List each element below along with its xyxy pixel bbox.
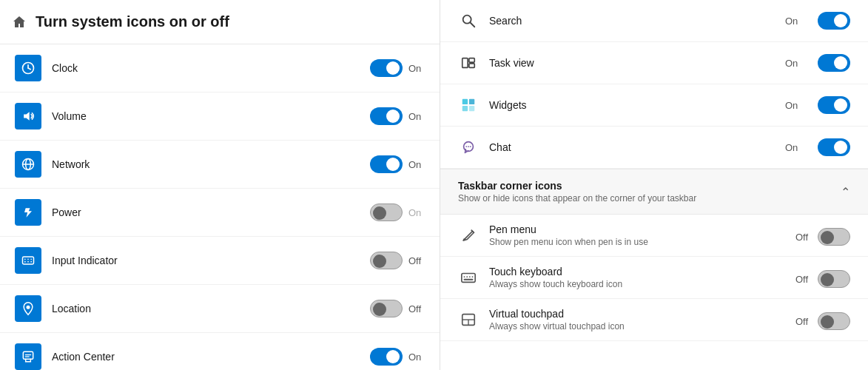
task-view-toggle[interactable] xyxy=(818,54,850,72)
svg-marker-3 xyxy=(24,112,30,121)
task-view-state: On xyxy=(785,58,801,69)
right-row-task-view: Task view On xyxy=(440,42,868,84)
corner-section-title: Taskbar corner icons xyxy=(458,180,696,192)
action-center-toggle[interactable] xyxy=(370,348,403,366)
setting-row-location: Location Off xyxy=(0,285,440,333)
clock-state: On xyxy=(408,63,425,74)
svg-rect-24 xyxy=(469,99,474,104)
search-toggle[interactable] xyxy=(818,12,850,30)
svg-rect-23 xyxy=(462,99,468,104)
chat-state: On xyxy=(785,142,801,153)
corner-section-subtitle: Show or hide icons that appear on the co… xyxy=(458,193,696,204)
power-label: Power xyxy=(52,206,360,218)
pen-menu-label: Pen menu xyxy=(489,223,785,235)
clock-label: Clock xyxy=(52,62,360,74)
svg-rect-32 xyxy=(462,274,475,283)
svg-rect-15 xyxy=(23,352,33,359)
location-state: Off xyxy=(408,303,425,314)
left-panel: Turn system icons on or off Clock On xyxy=(0,0,440,370)
power-icon-box xyxy=(15,199,41,226)
input-indicator-icon-box xyxy=(15,247,41,274)
task-view-icon xyxy=(458,53,479,73)
right-row-search: Search On xyxy=(440,0,868,42)
network-toggle-area: On xyxy=(370,155,425,173)
input-indicator-label: Input Indicator xyxy=(52,255,360,266)
widgets-state: On xyxy=(785,100,801,111)
right-panel: Search On Task view On Widgets On xyxy=(440,0,868,370)
virtual-touchpad-toggle[interactable] xyxy=(818,312,850,330)
input-indicator-toggle[interactable] xyxy=(370,252,403,269)
location-label: Location xyxy=(52,303,360,314)
pen-menu-icon xyxy=(458,225,479,246)
clock-toggle[interactable] xyxy=(370,59,403,77)
power-toggle-area: On xyxy=(370,204,425,221)
volume-toggle[interactable] xyxy=(370,107,403,125)
page-title: Turn system icons on or off xyxy=(36,13,229,30)
setting-row-clock: Clock On xyxy=(0,44,440,92)
input-indicator-state: Off xyxy=(408,255,425,266)
chat-icon xyxy=(458,137,479,158)
svg-point-29 xyxy=(468,146,469,147)
action-center-state: On xyxy=(408,352,425,363)
network-toggle[interactable] xyxy=(370,155,403,173)
pen-menu-state: Off xyxy=(795,232,812,243)
volume-label: Volume xyxy=(52,110,360,122)
action-center-icon-box xyxy=(15,343,41,370)
svg-point-31 xyxy=(463,238,465,240)
location-toggle[interactable] xyxy=(370,300,403,317)
widgets-icon xyxy=(458,95,479,115)
volume-toggle-area: On xyxy=(370,107,425,125)
location-icon-box xyxy=(15,295,41,322)
svg-rect-22 xyxy=(469,64,474,68)
task-view-label: Task view xyxy=(489,57,775,69)
svg-point-14 xyxy=(27,306,30,309)
search-state: On xyxy=(785,16,801,27)
setting-row-input-indicator: Input Indicator Off xyxy=(0,237,440,285)
touch-keyboard-toggle[interactable] xyxy=(818,270,850,288)
settings-list: Clock On Volume On xyxy=(0,44,440,370)
power-toggle[interactable] xyxy=(370,204,403,221)
corner-row-virtual-touchpad: Virtual touchpad Always show virtual tou… xyxy=(440,299,868,341)
setting-row-network: Network On xyxy=(0,141,440,189)
home-icon[interactable] xyxy=(12,15,27,30)
svg-rect-20 xyxy=(462,58,468,68)
taskbar-corner-section-header[interactable]: Taskbar corner icons Show or hide icons … xyxy=(440,169,868,215)
action-center-label: Action Center xyxy=(52,351,360,363)
widgets-toggle[interactable] xyxy=(818,96,850,114)
svg-line-2 xyxy=(28,68,30,70)
touch-keyboard-icon xyxy=(458,267,479,288)
search-icon xyxy=(458,10,479,31)
virtual-touchpad-label: Virtual touchpad xyxy=(489,308,785,320)
svg-line-19 xyxy=(471,23,475,27)
corner-row-touch-keyboard: Touch keyboard Always show touch keyboar… xyxy=(440,257,868,299)
volume-state: On xyxy=(408,111,425,122)
virtual-touchpad-sub: Always show virtual touchpad icon xyxy=(489,321,785,332)
pen-menu-toggle[interactable] xyxy=(818,228,850,246)
network-label: Network xyxy=(52,158,360,170)
corner-row-pen-menu: Pen menu Show pen menu icon when pen is … xyxy=(440,215,868,257)
svg-point-18 xyxy=(463,16,471,24)
setting-row-volume: Volume On xyxy=(0,92,440,141)
pen-menu-sub: Show pen menu icon when pen is in use xyxy=(489,237,785,247)
chat-label: Chat xyxy=(489,141,775,153)
svg-point-30 xyxy=(470,146,471,147)
clock-icon-box xyxy=(15,55,41,81)
svg-rect-25 xyxy=(462,106,468,111)
search-label: Search xyxy=(489,15,775,27)
network-state: On xyxy=(408,159,425,170)
touch-keyboard-state: Off xyxy=(795,274,812,285)
right-row-widgets: Widgets On xyxy=(440,84,868,127)
touch-keyboard-sub: Always show touch keyboard icon xyxy=(489,279,785,289)
virtual-touchpad-state: Off xyxy=(795,316,812,327)
right-row-chat: Chat On xyxy=(440,127,868,169)
chat-toggle[interactable] xyxy=(818,138,850,156)
svg-rect-7 xyxy=(23,257,34,264)
page-header: Turn system icons on or off xyxy=(0,0,440,44)
svg-rect-21 xyxy=(469,58,474,63)
widgets-label: Widgets xyxy=(489,99,775,111)
setting-row-action-center: Action Center On xyxy=(0,333,440,370)
touch-keyboard-label: Touch keyboard xyxy=(489,266,785,278)
volume-icon-box xyxy=(15,103,41,130)
network-icon-box xyxy=(15,151,41,178)
chevron-up-icon: ⌃ xyxy=(841,185,850,199)
